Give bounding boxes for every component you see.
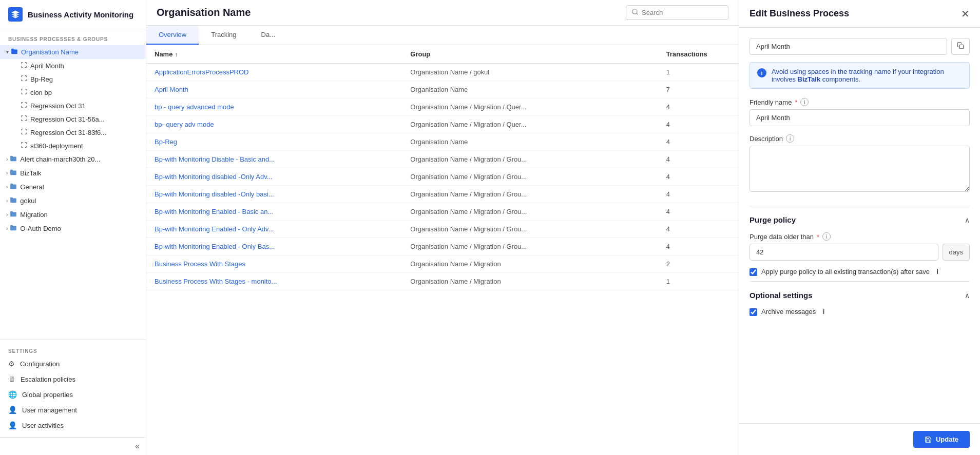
row-name: Business Process With Stages - monito... [146, 273, 402, 290]
purge-required-marker: * [817, 233, 819, 241]
purge-days-label: days [943, 244, 970, 261]
row-transactions: 4 [658, 186, 739, 203]
table-row: April Month Organisation Name 7 [146, 81, 739, 98]
sidebar-section-label: Business Processes & Groups [0, 29, 146, 45]
folder-icon [10, 169, 17, 177]
process-link[interactable]: Bp-with Monitoring disabled -Only Adv... [155, 173, 273, 181]
info-icon: i [757, 68, 766, 77]
sidebar-item-april-month[interactable]: April Month [0, 59, 146, 72]
row-name: Bp-with Monitoring disabled -Only basi..… [146, 186, 402, 203]
apply-purge-checkbox[interactable] [750, 268, 757, 276]
row-name: Bp-with Monitoring Enabled - Only Adv... [146, 221, 402, 238]
tree-chevron: › [6, 198, 8, 204]
sidebar-settings-item-escalation-policies[interactable]: 🖥 Escalation policies [0, 371, 146, 387]
sort-arrow: ↑ [175, 51, 178, 57]
process-link[interactable]: bp- query adv mode [155, 121, 214, 128]
sidebar-item-bp-reg[interactable]: Bp-Reg [0, 72, 146, 86]
optional-settings-chevron: ∧ [965, 291, 970, 300]
row-name: Business Process With Stages [146, 255, 402, 273]
col-header-transactions[interactable]: Transactions [658, 45, 739, 64]
sidebar-item-biztalk[interactable]: › BizTalk [0, 166, 146, 180]
copy-tracking-name-button[interactable] [951, 38, 970, 55]
table-container: Name↑GroupTransactions ApplicationErrors… [146, 45, 739, 455]
process-link[interactable]: Bp-with Monitoring Enabled - Only Adv... [155, 225, 274, 233]
row-name: April Month [146, 81, 402, 98]
row-group: Organisation Name / Migration / Grou... [402, 238, 658, 255]
search-box [626, 5, 728, 20]
tree-chevron: › [6, 226, 8, 231]
sidebar-item-clon-bp[interactable]: clon bp [0, 86, 146, 99]
apply-purge-label: Apply purge policy to all existing trans… [761, 268, 930, 275]
close-panel-button[interactable]: ✕ [961, 9, 970, 19]
process-link[interactable]: Business Process With Stages [155, 260, 245, 268]
tree-item-label: BizTalk [20, 169, 41, 177]
purge-days-input[interactable] [750, 244, 938, 261]
table-row: Bp-Reg Organisation Name 4 [146, 133, 739, 151]
sidebar-item-alert-chain-march30[interactable]: › Alert chain-march30th 20... [0, 152, 146, 166]
process-link[interactable]: Bp-with Monitoring Enabled - Only Bas... [155, 243, 275, 250]
sidebar-settings-item-user-management[interactable]: 👤 User management [0, 402, 146, 418]
description-textarea[interactable] [750, 146, 970, 192]
table-row: Bp-with Monitoring Enabled - Basic an...… [146, 203, 739, 221]
sidebar-item-general[interactable]: › General [0, 180, 146, 194]
sidebar-item-regression-oct31-83f[interactable]: Regression Oct 31-83f6... [0, 126, 146, 139]
process-link[interactable]: Bp-with Monitoring disabled -Only basi..… [155, 190, 274, 198]
sidebar-item-regression-oct31[interactable]: Regression Oct 31 [0, 99, 146, 112]
archive-info-icon[interactable]: i [823, 308, 824, 315]
apply-purge-info-icon[interactable]: i [937, 268, 938, 275]
purge-info-icon[interactable]: i [822, 232, 831, 241]
sidebar-item-sl360-deployment[interactable]: sl360-deployment [0, 139, 146, 152]
sidebar-settings-item-user-activities[interactable]: 👤 User activities [0, 418, 146, 433]
required-marker: * [795, 98, 797, 106]
archive-messages-checkbox[interactable] [750, 308, 757, 316]
tree-item-label: General [20, 183, 44, 191]
sidebar-item-o-auth-demo[interactable]: › O-Auth Demo [0, 222, 146, 235]
col-header-name[interactable]: Name↑ [146, 45, 402, 64]
row-transactions: 1 [658, 64, 739, 81]
friendly-name-info-icon[interactable]: i [800, 98, 809, 106]
user-management-icon: 👤 [8, 406, 17, 414]
svg-point-0 [632, 9, 637, 14]
optional-settings-header[interactable]: Optional settings ∧ [750, 289, 970, 302]
sidebar-item-migration[interactable]: › Migration [0, 208, 146, 222]
friendly-name-input[interactable] [750, 109, 970, 126]
edit-panel: Edit Business Process ✕ i Avoid using sp… [739, 0, 980, 455]
collapse-sidebar-button[interactable]: « [135, 442, 140, 451]
optional-settings-title: Optional settings [750, 291, 813, 300]
row-name: Bp-with Monitoring disabled -Only Adv... [146, 168, 402, 186]
process-icon [21, 142, 27, 150]
process-link[interactable]: April Month [155, 86, 188, 93]
process-link[interactable]: Bp-with Monitoring Enabled - Basic an... [155, 208, 273, 215]
row-transactions: 4 [658, 221, 739, 238]
process-icon [21, 75, 27, 83]
process-link[interactable]: ApplicationErrorsProcessPROD [155, 68, 249, 76]
sidebar-settings-item-global-properties[interactable]: 🌐 Global properties [0, 387, 146, 402]
process-link[interactable]: Business Process With Stages - monito... [155, 278, 277, 285]
table-row: Bp-with Monitoring disabled -Only Adv...… [146, 168, 739, 186]
col-header-group[interactable]: Group [402, 45, 658, 64]
tracking-name-input[interactable] [750, 38, 947, 55]
tree-chevron: ▾ [6, 49, 9, 55]
process-link[interactable]: Bp-Reg [155, 138, 177, 146]
sidebar-settings-item-configuration[interactable]: ⚙ Configuration [0, 356, 146, 371]
process-link[interactable]: bp - query advanced mode [155, 103, 234, 111]
tree-item-label: gokul [20, 197, 36, 205]
tab-bar: OverviewTrackingDa... [146, 26, 739, 45]
tab-overview[interactable]: Overview [146, 26, 199, 45]
row-group: Organisation Name / Migration / Grou... [402, 186, 658, 203]
purge-policy-header[interactable]: Purge policy ∧ [750, 213, 970, 226]
search-input[interactable] [642, 9, 723, 16]
sidebar-item-org-name[interactable]: ▾ Organisation Name [0, 45, 146, 59]
process-link[interactable]: Bp-with Monitoring Disable - Basic and..… [155, 155, 275, 163]
purge-divider [750, 206, 970, 206]
update-button[interactable]: Update [913, 431, 970, 448]
folder-icon [10, 183, 17, 191]
sidebar-item-regression-oct31-56a[interactable]: Regression Oct 31-56a... [0, 112, 146, 126]
description-info-icon[interactable]: i [786, 134, 794, 143]
row-name: bp - query advanced mode [146, 98, 402, 116]
tab-tracking[interactable]: Tracking [199, 26, 248, 45]
tracking-name-row [750, 38, 970, 55]
process-icon [21, 128, 27, 136]
tab-da[interactable]: Da... [249, 26, 287, 45]
sidebar-item-gokul[interactable]: › gokul [0, 194, 146, 208]
